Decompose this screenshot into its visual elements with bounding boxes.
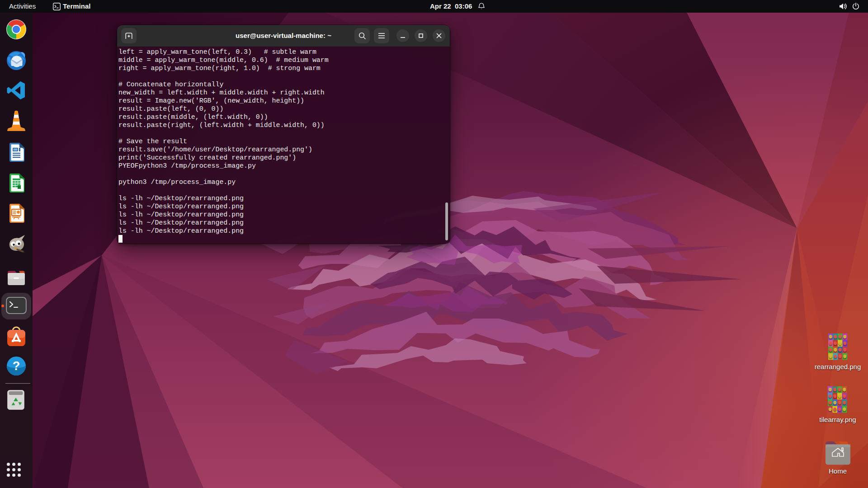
svg-text:?: ? (13, 359, 20, 373)
